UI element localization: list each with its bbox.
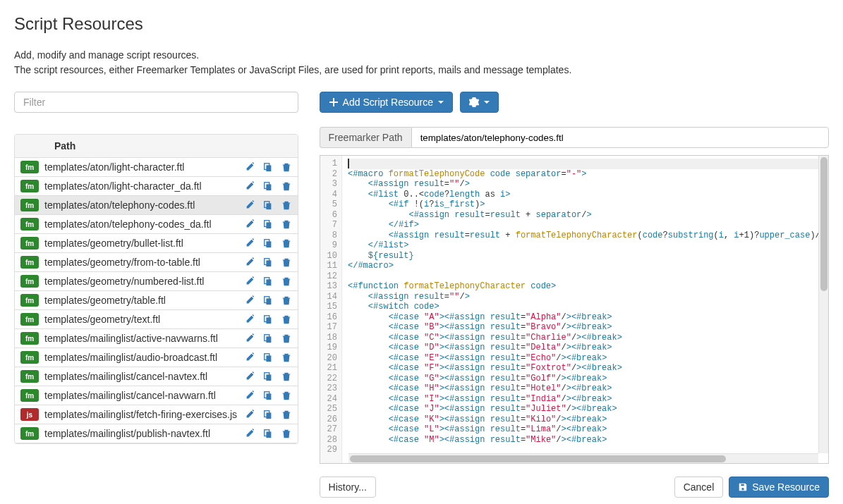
trash-icon[interactable]: [281, 161, 292, 173]
page-title: Script Resources: [14, 14, 829, 34]
copy-icon[interactable]: [262, 333, 274, 344]
copy-icon[interactable]: [262, 180, 274, 192]
edit-icon[interactable]: [244, 295, 255, 306]
svg-rect-11: [266, 260, 271, 266]
path-input[interactable]: [411, 127, 829, 148]
cancel-button[interactable]: Cancel: [674, 477, 724, 498]
table-row[interactable]: fmtemplates/mailinglist/cancel-navwarn.f…: [15, 386, 298, 405]
edit-icon[interactable]: [244, 390, 255, 401]
copy-icon[interactable]: [262, 219, 274, 230]
table-row[interactable]: fmtemplates/geometry/numbered-list.ftl: [15, 272, 298, 291]
fm-badge: fm: [20, 389, 39, 402]
copy-icon[interactable]: [262, 199, 274, 211]
fm-badge: fm: [20, 332, 39, 345]
copy-icon[interactable]: [262, 352, 274, 363]
trash-icon[interactable]: [281, 199, 292, 211]
page-description: Add, modify and manage script resources.…: [14, 48, 829, 78]
horizontal-scrollbar[interactable]: [348, 453, 818, 463]
settings-button[interactable]: [460, 92, 499, 113]
table-header-path: Path: [15, 135, 298, 158]
svg-rect-7: [266, 222, 271, 228]
caret-down-icon: [484, 101, 490, 104]
save-resource-button[interactable]: Save Resource: [729, 477, 829, 498]
resource-path: templates/geometry/numbered-list.ftl: [44, 276, 238, 287]
edit-icon[interactable]: [244, 352, 255, 363]
edit-icon[interactable]: [244, 257, 255, 268]
edit-icon[interactable]: [244, 276, 255, 287]
path-label: Freemarker Path: [320, 127, 411, 148]
table-row[interactable]: fmtemplates/aton/telephony-codes.ftl: [15, 196, 298, 215]
copy-icon[interactable]: [262, 409, 274, 420]
code-editor[interactable]: 1234567891011121314151617181920212223242…: [320, 155, 829, 464]
copy-icon[interactable]: [262, 238, 274, 249]
fm-badge: fm: [20, 351, 39, 364]
trash-icon[interactable]: [281, 333, 292, 344]
table-row[interactable]: fmtemplates/aton/light-character_da.ftl: [15, 177, 298, 196]
trash-icon[interactable]: [281, 352, 292, 363]
add-script-resource-button[interactable]: Add Script Resource: [320, 92, 453, 113]
resource-path: templates/mailinglist/fetch-firing-exerc…: [44, 409, 238, 420]
svg-rect-19: [266, 336, 271, 343]
resource-path: templates/aton/light-character_da.ftl: [44, 180, 238, 192]
history-button[interactable]: History...: [320, 477, 376, 498]
trash-icon[interactable]: [281, 276, 292, 287]
trash-icon[interactable]: [281, 409, 292, 420]
table-row[interactable]: jstemplates/mailinglist/fetch-firing-exe…: [15, 405, 298, 424]
copy-icon[interactable]: [262, 295, 274, 306]
fm-badge: fm: [20, 370, 39, 383]
table-row[interactable]: fmtemplates/geometry/from-to-table.ftl: [15, 253, 298, 272]
edit-icon[interactable]: [244, 161, 255, 173]
filter-input[interactable]: [14, 92, 298, 113]
table-row[interactable]: fmtemplates/aton/light-character.ftl: [15, 158, 298, 177]
copy-icon[interactable]: [262, 161, 274, 173]
svg-rect-25: [266, 393, 271, 400]
svg-rect-15: [266, 298, 271, 305]
fm-badge: fm: [20, 199, 39, 211]
trash-icon[interactable]: [281, 314, 292, 325]
fm-badge: fm: [20, 161, 39, 173]
edit-icon[interactable]: [244, 409, 255, 420]
trash-icon[interactable]: [281, 390, 292, 401]
trash-icon[interactable]: [281, 295, 292, 306]
resource-path: templates/geometry/text.ftl: [44, 314, 238, 325]
fm-badge: fm: [20, 237, 39, 250]
copy-icon[interactable]: [262, 314, 274, 325]
plus-icon: [329, 97, 339, 107]
table-row[interactable]: fmtemplates/geometry/text.ftl: [15, 310, 298, 329]
trash-icon[interactable]: [281, 428, 292, 439]
copy-icon[interactable]: [262, 276, 274, 287]
trash-icon[interactable]: [281, 257, 292, 268]
copy-icon[interactable]: [262, 390, 274, 401]
copy-icon[interactable]: [262, 428, 274, 439]
table-row[interactable]: fmtemplates/mailinglist/cancel-navtex.ft…: [15, 367, 298, 386]
trash-icon[interactable]: [281, 371, 292, 382]
table-row[interactable]: fmtemplates/aton/telephony-codes_da.ftl: [15, 215, 298, 234]
resource-path: templates/mailinglist/cancel-navwarn.ftl: [44, 390, 238, 401]
trash-icon[interactable]: [281, 238, 292, 249]
edit-icon[interactable]: [244, 314, 255, 325]
trash-icon[interactable]: [281, 219, 292, 230]
table-row[interactable]: fmtemplates/mailinglist/audio-broadcast.…: [15, 348, 298, 367]
edit-icon[interactable]: [244, 199, 255, 211]
svg-rect-29: [266, 431, 271, 438]
resource-path: templates/geometry/table.ftl: [44, 295, 238, 306]
svg-rect-13: [266, 279, 271, 285]
copy-icon[interactable]: [262, 257, 274, 268]
edit-icon[interactable]: [244, 219, 255, 230]
trash-icon[interactable]: [281, 180, 292, 192]
resource-path: templates/mailinglist/audio-broadcast.ft…: [44, 352, 238, 363]
fm-badge: fm: [20, 275, 39, 288]
edit-icon[interactable]: [244, 180, 255, 192]
fm-badge: fm: [20, 427, 39, 440]
table-row[interactable]: fmtemplates/mailinglist/publish-navtex.f…: [15, 424, 298, 443]
edit-icon[interactable]: [244, 371, 255, 382]
edit-icon[interactable]: [244, 428, 255, 439]
edit-icon[interactable]: [244, 238, 255, 249]
table-row[interactable]: fmtemplates/mailinglist/active-navwarns.…: [15, 329, 298, 348]
copy-icon[interactable]: [262, 371, 274, 382]
resource-path: templates/geometry/from-to-table.ftl: [44, 257, 238, 268]
vertical-scrollbar[interactable]: [818, 156, 828, 453]
table-row[interactable]: fmtemplates/geometry/table.ftl: [15, 291, 298, 310]
edit-icon[interactable]: [244, 333, 255, 344]
table-row[interactable]: fmtemplates/geometry/bullet-list.ftl: [15, 234, 298, 253]
